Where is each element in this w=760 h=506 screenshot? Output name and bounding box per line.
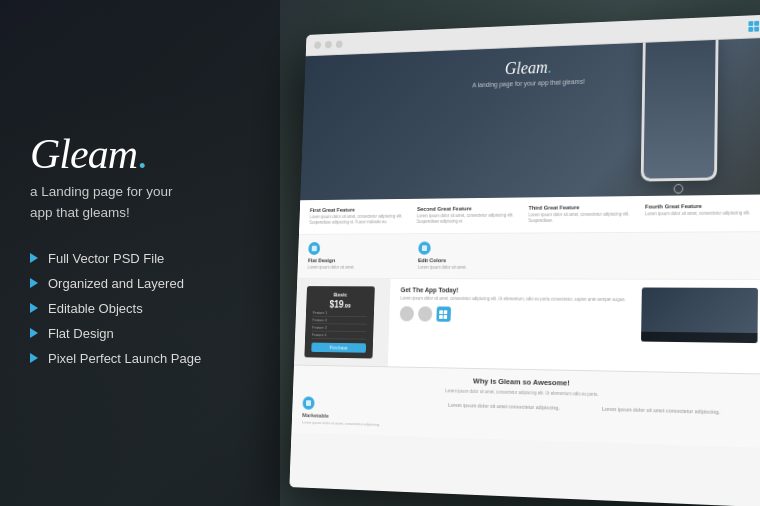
grid-cell [439,315,443,319]
flat-edit-section: Flat Design Lorem ipsum dolor sit amet. … [297,232,760,280]
site-hero: Gleam. A landing page for your app that … [300,38,760,201]
site-hero-tagline: A landing page for your app that gleams! [472,78,585,88]
grid-cell [748,27,753,32]
list-item: Full Vector PSD File [30,251,250,266]
tagline: a Landing page for yourapp that gleams! [30,182,250,223]
edit-icon [418,241,431,254]
grid-cell [439,310,443,314]
grid-cell [754,21,759,26]
phone-body [641,38,719,182]
why-col-1: Marketable Lorem ipsum dolor sit amet, c… [302,397,441,430]
grid-icon [439,310,448,319]
browser-dot-2 [325,41,332,48]
feature-col-3: Third Great Feature Lorem ipsum dolor si… [528,204,637,225]
browser-grid-icon [748,21,760,32]
site-hero-logo: Gleam. [505,58,552,79]
list-item: Flat Design [30,326,250,341]
feature-col-1: First Great Feature Lorem ipsum dolor si… [309,206,410,226]
feature-col-2: Second Great Feature Lorem ipsum dolor s… [416,205,521,225]
icon-inner [422,245,427,251]
chevron-icon [30,328,38,338]
site-content: Gleam. A landing page for your app that … [289,38,760,506]
video-thumbnail[interactable] [641,287,758,343]
phone-mockup [641,38,719,187]
pricing-card: Basic $19.99 Feature 1 Feature 2 Feature… [304,286,374,358]
icon-inner [306,400,311,406]
chevron-icon [30,278,38,288]
feature-col-4: Fourth Great Feature Lorem ipsum dolor s… [645,202,759,223]
cta-text-block: Get The App Today! Lorem ipsum dolor sit… [398,286,632,363]
logo-text: Gleam [30,131,137,177]
cta-buttons [400,306,632,323]
google-play-btn[interactable] [418,307,432,322]
features-section-1: First Great Feature Lorem ipsum dolor si… [299,194,760,234]
list-item: Pixel Perfect Launch Page [30,351,250,366]
flat-design-col: Flat Design Lorem ipsum dolor sit amet. [308,241,410,270]
grid-cell [444,310,448,314]
grid-cell [444,315,448,319]
chevron-icon [30,253,38,263]
grid-cell [748,21,753,26]
why-col-2: Lorem ipsum dolor sit amet consectetur a… [448,400,595,434]
feature-list: Full Vector PSD File Organized and Layer… [30,251,250,376]
list-item: Organized and Layered [30,276,250,291]
pricing-section: Basic $19.99 Feature 1 Feature 2 Feature… [294,279,391,367]
app-store-btn[interactable] [400,306,414,321]
video-play-bar [641,332,758,343]
why-section: Why is Gleam so Awesome! Lorem ipsum dol… [291,365,760,447]
cta-section: Get The App Today! Lorem ipsum dolor sit… [388,279,760,374]
phone-screen [644,38,716,179]
edit-colors-col: Edit Colors Lorem ipsum dolor sit amet. [418,241,524,271]
flat-icon [308,242,320,255]
spacer-col [533,240,759,271]
features-two-col: First Great Feature Lorem ipsum dolor si… [309,202,758,226]
pricing-cta-row: Basic $19.99 Feature 1 Feature 2 Feature… [294,279,760,375]
marketable-icon [302,397,314,410]
list-item: Editable Objects [30,301,250,316]
why-col-3: Lorem ipsum dolor sit amet consectetur a… [602,404,757,439]
left-panel: Gleam. a Landing page for yourapp that g… [0,0,280,506]
browser-dot-1 [314,41,321,48]
pricing-price: $19.99 [313,299,368,310]
chevron-icon [30,353,38,363]
phone-home-button [674,184,684,194]
browser-mockup: Gleam. A landing page for your app that … [289,14,760,506]
icon-inner [312,245,317,251]
why-grid: Marketable Lorem ipsum dolor sit amet, c… [302,397,757,440]
browser-window: Gleam. A landing page for your app that … [289,14,760,506]
logo-dot: . [137,131,147,177]
browser-dot-3 [336,40,343,47]
logo: Gleam. [30,130,250,178]
grid-cell [754,27,759,32]
grid-btn[interactable] [436,307,451,322]
chevron-icon [30,303,38,313]
